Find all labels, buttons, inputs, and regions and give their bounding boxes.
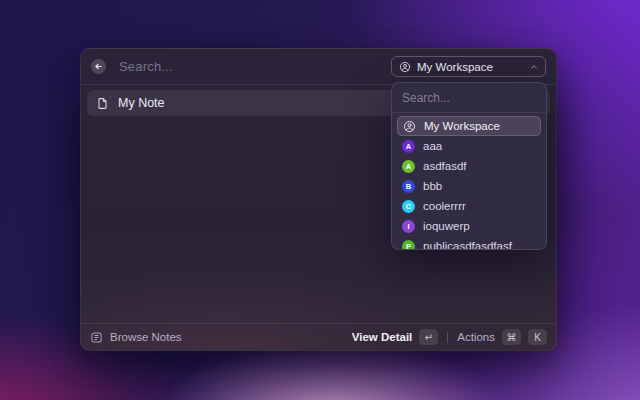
document-icon [96, 97, 109, 110]
workspace-item-label: My Workspace [424, 120, 500, 132]
arrow-left-icon [94, 62, 103, 71]
workspace-search-input[interactable]: Search... [392, 83, 546, 113]
workspace-selector-button[interactable]: My Workspace [391, 56, 546, 77]
actions-button[interactable]: Actions [457, 331, 495, 343]
workspace-item[interactable]: A asdfasdf [397, 156, 541, 176]
workspace-avatar: A [402, 160, 415, 173]
workspace-item-label: publicasdfasdfasf [423, 240, 512, 250]
notes-icon [90, 331, 103, 344]
footer-divider [447, 332, 448, 343]
workspace-item-label: coolerrrr [423, 200, 466, 212]
user-circle-icon [399, 61, 411, 73]
workspace-item-label: asdfasdf [423, 160, 466, 172]
footer-actions: View Detail ↵ Actions ⌘ K [352, 329, 547, 345]
workspace-avatar: A [402, 140, 415, 153]
window-header: Search... My Workspace [81, 49, 556, 85]
workspace-list: My Workspace A aaa A asdfasdf B bbb C co… [392, 113, 546, 250]
workspace-dropdown: Search... My Workspace A aaa A asdfasdf … [391, 82, 547, 250]
command-key-badge: ⌘ [502, 329, 521, 345]
workspace-avatar: I [402, 220, 415, 233]
browse-notes[interactable]: Browse Notes [90, 331, 182, 344]
workspace-item-label: ioquwerp [423, 220, 470, 232]
workspace-selector-label: My Workspace [417, 61, 493, 73]
desktop-background: Search... My Workspace My Note [0, 0, 640, 400]
result-label: My Note [118, 96, 165, 110]
workspace-item-label: aaa [423, 140, 442, 152]
browse-notes-label: Browse Notes [110, 331, 182, 343]
view-detail-button[interactable]: View Detail [352, 331, 413, 343]
window-footer: Browse Notes View Detail ↵ Actions ⌘ K [81, 323, 556, 350]
workspace-item[interactable]: I ioquwerp [397, 216, 541, 236]
chevron-up-icon [530, 63, 538, 71]
back-button[interactable] [91, 59, 106, 74]
return-key-badge: ↵ [419, 329, 438, 345]
workspace-item[interactable]: C coolerrrr [397, 196, 541, 216]
workspace-item[interactable]: A aaa [397, 136, 541, 156]
workspace-item[interactable]: My Workspace [397, 116, 541, 136]
workspace-item-label: bbb [423, 180, 442, 192]
user-circle-icon [403, 120, 416, 133]
workspace-avatar: C [402, 200, 415, 213]
workspace-item[interactable]: B bbb [397, 176, 541, 196]
k-key-badge: K [528, 329, 547, 345]
workspace-avatar: B [402, 180, 415, 193]
search-input[interactable]: Search... [119, 59, 173, 74]
workspace-avatar: P [402, 240, 415, 251]
workspace-item[interactable]: P publicasdfasdfasf [397, 236, 541, 250]
